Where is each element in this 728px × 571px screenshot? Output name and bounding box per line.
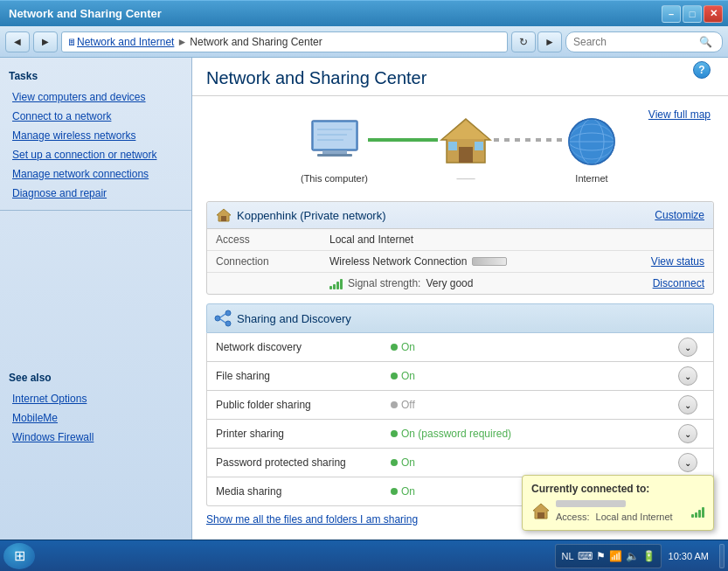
help-button[interactable]: ? — [693, 61, 711, 79]
sidebar-item-internet-options[interactable]: Internet Options — [0, 389, 191, 408]
language-indicator[interactable]: NL — [561, 551, 573, 561]
volume-icon[interactable]: 🔈 — [626, 550, 639, 562]
access-row: Access Local and Internet — [207, 229, 713, 251]
network-info-header: Koppenhink (Private network) Customize — [207, 202, 713, 229]
window-controls: – □ ✕ — [662, 5, 723, 23]
sharing-label-1: File sharing — [216, 370, 391, 382]
router-label: ─── — [456, 173, 475, 184]
house-svg — [440, 115, 492, 168]
status-dot-3 — [391, 430, 398, 437]
svg-rect-19 — [221, 216, 226, 221]
maximize-button[interactable]: □ — [683, 5, 702, 23]
go-button[interactable]: ► — [537, 31, 562, 52]
keyboard-icon: ⌨ — [578, 550, 593, 562]
svg-rect-1 — [314, 122, 356, 149]
status-dot-5 — [391, 488, 398, 495]
sharing-status-3: On (password required) — [391, 428, 678, 440]
sidebar-item-manage-connections[interactable]: Manage network connections — [0, 164, 191, 184]
breadcrumb-part1[interactable]: Network and Internet — [77, 36, 174, 48]
customize-link[interactable]: Customize — [655, 209, 704, 221]
tooltip-signal-bars — [691, 505, 704, 518]
forward-button[interactable]: ▶ — [33, 31, 58, 52]
breadcrumb-part2: Network and Sharing Center — [190, 36, 322, 48]
network-name: Koppenhink (Private network) — [237, 209, 386, 222]
sharing-row-3: Printer sharing On (password required) ⌄ — [206, 420, 714, 449]
svg-rect-10 — [475, 142, 483, 150]
expand-btn-0[interactable]: ⌄ — [678, 338, 697, 357]
content-area: ? Network and Sharing Center View full m… — [192, 58, 728, 540]
minimize-button[interactable]: – — [662, 5, 681, 23]
expand-btn-3[interactable]: ⌄ — [678, 424, 697, 443]
network-line-2 — [494, 138, 564, 142]
status-dot-4 — [391, 459, 398, 466]
sidebar-item-windows-firewall[interactable]: Windows Firewall — [0, 428, 191, 447]
tooltip-house-icon — [531, 502, 551, 521]
sidebar-item-diagnose[interactable]: Diagnose and repair — [0, 184, 191, 203]
sharing-label-5: Media sharing — [216, 485, 391, 498]
computer-label: (This computer) — [301, 173, 368, 184]
status-dot-2 — [391, 401, 398, 408]
svg-rect-3 — [317, 154, 352, 157]
refresh-button[interactable]: ↻ — [511, 31, 536, 52]
search-icon[interactable]: 🔍 — [699, 36, 712, 48]
status-dot-1 — [391, 373, 398, 380]
connection-indicator — [472, 257, 507, 266]
internet-node: Internet — [564, 114, 620, 184]
sidebar-item-connect-network[interactable]: Connect to a network — [0, 107, 191, 126]
main-container: Tasks View computers and devices Connect… — [0, 58, 728, 540]
sidebar-item-mobileme[interactable]: MobileMe — [0, 408, 191, 428]
svg-rect-26 — [537, 512, 544, 519]
address-path[interactable]: 🗏 Network and Internet ► Network and Sha… — [61, 31, 508, 52]
search-box[interactable]: 🔍 — [565, 31, 723, 52]
svg-point-22 — [225, 321, 231, 326]
sharing-label-3: Printer sharing — [216, 428, 391, 440]
svg-rect-2 — [322, 150, 347, 154]
signal-label: Signal strength: — [348, 277, 420, 289]
svg-rect-9 — [448, 142, 457, 150]
sharing-status-2: Off — [391, 399, 678, 411]
tooltip-network-bar — [556, 500, 626, 507]
view-full-map-link[interactable]: View full map — [648, 108, 711, 121]
disconnect-link[interactable]: Disconnect — [653, 277, 704, 289]
globe-icon — [564, 114, 620, 170]
view-status-link[interactable]: View status — [651, 255, 704, 268]
window-title: Network and Sharing Center — [9, 7, 162, 20]
breadcrumb-sep: ► — [177, 36, 187, 48]
svg-line-24 — [220, 319, 225, 323]
sidebar-item-view-computers[interactable]: View computers and devices — [0, 87, 191, 107]
sidebar: Tasks View computers and devices Connect… — [0, 58, 192, 540]
network-tray-icon[interactable]: 📶 — [609, 550, 622, 562]
content-header: Network and Sharing Center — [192, 58, 728, 96]
search-input[interactable] — [573, 36, 696, 48]
svg-point-21 — [225, 310, 231, 316]
tooltip-row: Access: Local and Internet — [531, 500, 704, 523]
back-button[interactable]: ◀ — [5, 31, 30, 52]
internet-label: Internet — [575, 173, 607, 184]
expand-btn-4[interactable]: ⌄ — [678, 453, 697, 472]
network-diagram: (This computer) — [206, 105, 714, 192]
signal-bars-icon — [329, 277, 343, 289]
tooltip-access-label: Access: Local and Internet — [556, 512, 673, 522]
svg-rect-8 — [459, 147, 473, 163]
sidebar-item-manage-wireless[interactable]: Manage wireless networks — [0, 126, 191, 145]
sharing-status-0: On — [391, 341, 678, 353]
start-orb[interactable]: ⊞ — [3, 543, 35, 569]
sharing-title: Sharing and Discovery — [237, 312, 351, 325]
tooltip-title: Currently connected to: — [531, 483, 704, 495]
taskbar: ⊞ NL ⌨ ⚑ 📶 🔈 🔋 10:30 AM — [0, 540, 728, 571]
sharing-status-1: On — [391, 370, 678, 382]
signal-strength-row: Signal strength: Very good — [329, 277, 653, 289]
sharing-row-2: Public folder sharing Off ⌄ — [206, 391, 714, 420]
sidebar-item-setup-connection[interactable]: Set up a connection or network — [0, 145, 191, 164]
expand-btn-1[interactable]: ⌄ — [678, 366, 697, 386]
battery-icon: 🔋 — [642, 550, 655, 562]
close-button[interactable]: ✕ — [704, 5, 723, 23]
breadcrumb-icon: 🗏 — [67, 37, 77, 47]
taskbar-left: ⊞ — [3, 543, 38, 569]
sharing-status-4: On — [391, 456, 678, 469]
expand-btn-2[interactable]: ⌄ — [678, 395, 697, 414]
show-desktop-button[interactable] — [719, 544, 725, 568]
network-map: View full map — [192, 96, 728, 201]
computer-node: (This computer) — [301, 114, 368, 184]
connection-label: Connection — [216, 255, 329, 268]
